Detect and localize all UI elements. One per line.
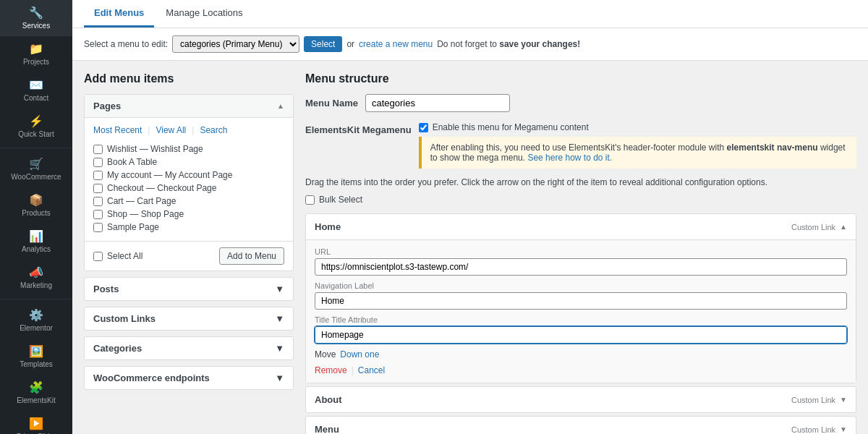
page-checkbox-my-account[interactable] — [93, 171, 103, 180]
sidebar-item-woocommerce[interactable]: 🛒 WooCommerce — [0, 151, 72, 187]
sidebar-item-services[interactable]: 🔧 Services — [0, 0, 72, 36]
page-checkbox-shop[interactable] — [93, 210, 103, 219]
menu-name-label: Menu Name — [305, 98, 358, 109]
page-checkbox-cart[interactable] — [93, 197, 103, 206]
menu-structure-title: Menu structure — [305, 72, 856, 85]
pages-list: Wishlist — Wishlist Page Book A Table My… — [93, 142, 284, 234]
page-label-my-account[interactable]: My account — My Account Page — [107, 170, 232, 180]
select-all-checkbox[interactable] — [93, 252, 103, 261]
prime-slider-icon: ▶️ — [29, 417, 43, 430]
create-new-menu-link[interactable]: create a new menu — [359, 39, 433, 49]
remove-link[interactable]: Remove — [315, 365, 347, 375]
page-tabs: Edit Menus Manage Locations — [72, 0, 868, 28]
menu-name-input[interactable] — [365, 94, 510, 112]
page-checkbox-book-table[interactable] — [93, 158, 103, 167]
title-attribute-input[interactable] — [315, 326, 847, 344]
page-label-cart[interactable]: Cart — Cart Page — [107, 196, 176, 206]
marketing-icon: 📣 — [29, 265, 43, 279]
move-label: Move — [315, 349, 336, 359]
page-label-checkout[interactable]: Checkout — Checkout Page — [107, 183, 216, 193]
projects-icon: 📁 — [29, 42, 43, 56]
main-content: Edit Menus Manage Locations Select a men… — [72, 0, 868, 434]
list-item: Sample Page — [93, 221, 284, 234]
sidebar-item-templates[interactable]: 🖼️ Templates — [0, 339, 72, 375]
sidebar-item-products[interactable]: 📦 Products — [0, 187, 72, 224]
menu-name-row: Menu Name — [305, 94, 856, 112]
title-attr-label: Title Title Attribute — [315, 315, 847, 324]
page-label-sample-page[interactable]: Sample Page — [107, 222, 159, 232]
custom-links-accordion-header[interactable]: Custom Links ▼ — [85, 307, 293, 330]
woocommerce-chevron-icon: ▼ — [275, 373, 284, 383]
posts-accordion-header[interactable]: Posts ▼ — [85, 278, 293, 300]
page-label-wishlist[interactable]: Wishlist — Wishlist Page — [107, 144, 203, 154]
list-item: Shop — Shop Page — [93, 208, 284, 221]
woocommerce-endpoints-label: WooCommerce endpoints — [93, 373, 210, 383]
home-chevron-icon: ▲ — [840, 223, 847, 231]
filter-most-recent[interactable]: Most Recent — [93, 125, 142, 135]
bulk-select-checkbox[interactable] — [305, 195, 315, 205]
sidebar-item-analytics[interactable]: 📊 Analytics — [0, 224, 72, 260]
pages-accordion: Pages ▲ Most Recent | View All | Search — [84, 94, 294, 271]
menu-item-about-type: Custom Link — [791, 396, 835, 404]
categories-accordion-header[interactable]: Categories ▼ — [85, 337, 293, 359]
sidebar-item-prime-slider[interactable]: ▶️ Prime Slider — [0, 411, 72, 434]
tab-manage-locations[interactable]: Manage Locations — [156, 0, 252, 27]
nav-label-field-row: Navigation Label — [315, 281, 847, 310]
move-down-link[interactable]: Down one — [340, 349, 379, 359]
menu-chevron-icon: ▼ — [840, 425, 847, 433]
categories-chevron-icon: ▼ — [275, 343, 284, 354]
sidebar-item-contact[interactable]: ✉️ Contact — [0, 72, 72, 109]
posts-chevron-icon: ▼ — [275, 284, 284, 294]
or-text: or — [346, 39, 354, 49]
pages-accordion-header[interactable]: Pages ▲ — [85, 95, 293, 118]
pages-accordion-footer: Select All Add to Menu — [85, 241, 293, 271]
cancel-link[interactable]: Cancel — [358, 365, 385, 375]
page-label-shop[interactable]: Shop — Shop Page — [107, 209, 184, 219]
sidebar-item-projects[interactable]: 📁 Projects — [0, 36, 72, 72]
nav-label-label: Navigation Label — [315, 281, 847, 290]
woocommerce-icon: 🛒 — [29, 157, 43, 171]
page-label-book-table[interactable]: Book A Table — [107, 157, 157, 167]
megamenu-check-label[interactable]: Enable this menu for Megamenu content — [433, 122, 589, 132]
tab-edit-menus[interactable]: Edit Menus — [84, 0, 154, 27]
sidebar-item-elementskit[interactable]: 🧩 ElementsKit — [0, 375, 72, 411]
right-panel: Menu structure Menu Name ElementsKit Meg… — [305, 72, 856, 434]
sidebar-item-quick-start[interactable]: ⚡ Quick Start — [0, 109, 72, 145]
categories-accordion: Categories ▼ — [84, 336, 294, 360]
menu-item-menu-type: Custom Link — [791, 425, 835, 434]
bulk-select-label[interactable]: Bulk Select — [319, 195, 362, 205]
megamenu-checkbox[interactable] — [419, 123, 428, 132]
add-to-menu-button[interactable]: Add to Menu — [219, 247, 284, 265]
woocommerce-accordion-header[interactable]: WooCommerce endpoints ▼ — [85, 367, 293, 389]
contact-icon: ✉️ — [29, 78, 43, 92]
products-icon: 📦 — [29, 193, 43, 207]
custom-links-accordion: Custom Links ▼ — [84, 307, 294, 331]
menu-select[interactable]: categories (Primary Menu) — [172, 35, 299, 53]
select-suffix: Do not forget to save your changes! — [437, 39, 580, 49]
list-item: Wishlist — Wishlist Page — [93, 142, 284, 156]
pages-filter-tabs: Most Recent | View All | Search — [93, 125, 284, 135]
menu-item-home-header[interactable]: Home Custom Link ▲ — [306, 214, 856, 239]
page-checkbox-sample-page[interactable] — [93, 223, 103, 232]
select-button[interactable]: Select — [304, 36, 342, 52]
filter-search[interactable]: Search — [200, 125, 227, 135]
sidebar-item-marketing[interactable]: 📣 Marketing — [0, 260, 72, 296]
pages-label: Pages — [93, 101, 121, 111]
filter-view-all[interactable]: View All — [156, 125, 186, 135]
analytics-icon: 📊 — [29, 229, 43, 243]
elementor-icon: ⚙️ — [29, 308, 43, 322]
megamenu-link[interactable]: See here how to do it. — [527, 153, 612, 163]
services-icon: 🔧 — [29, 6, 43, 20]
nav-label-input[interactable] — [315, 292, 847, 310]
url-input[interactable] — [315, 258, 847, 276]
sidebar-item-elementor[interactable]: ⚙️ Elementor — [0, 302, 72, 339]
pages-accordion-body: Most Recent | View All | Search Wishlist… — [85, 118, 293, 241]
menu-item-about-header[interactable]: About Custom Link ▼ — [306, 387, 856, 412]
page-checkbox-wishlist[interactable] — [93, 145, 103, 154]
megamenu-bold: elementskit nav-menu — [727, 142, 818, 153]
list-item: My account — My Account Page — [93, 169, 284, 182]
select-all-label[interactable]: Select All — [93, 251, 142, 261]
page-checkbox-checkout[interactable] — [93, 184, 103, 193]
list-item: Cart — Cart Page — [93, 195, 284, 208]
menu-item-menu-header[interactable]: Menu Custom Link ▼ — [306, 417, 856, 434]
